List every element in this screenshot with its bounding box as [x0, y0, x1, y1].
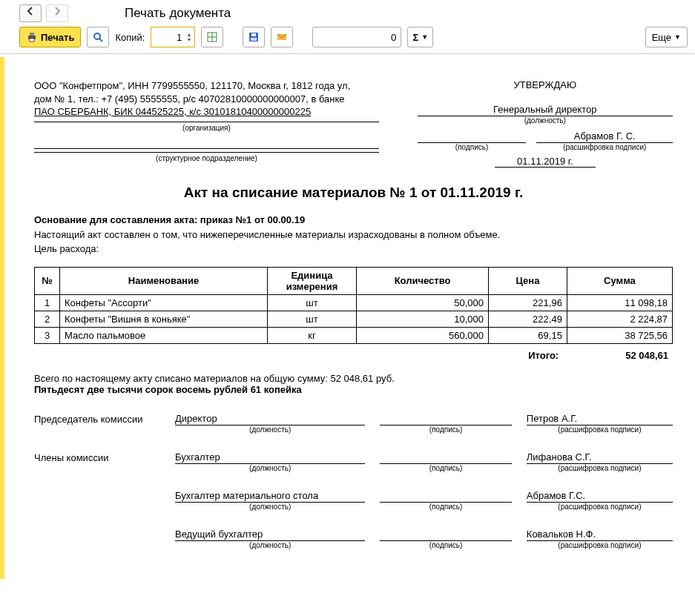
dept-hint: (структурное подразделение) [34, 152, 379, 162]
arrow-left-icon [24, 5, 36, 17]
arrow-right-icon [51, 5, 63, 17]
approve-name: Абрамов Г. С. [536, 130, 673, 143]
sig-sign [380, 413, 511, 425]
org-info: ООО "Конфетпром", ИНН 7799555550, 121170… [34, 79, 379, 119]
summary: Всего по настоящему акту списано материа… [34, 373, 673, 395]
svg-rect-2 [30, 39, 34, 42]
send-button[interactable] [271, 27, 293, 47]
chevron-down-icon: ▼ [421, 33, 428, 41]
chevron-down-icon: ▼ [674, 33, 681, 41]
approve-date: 01.11.2019 г. [495, 156, 595, 168]
document-title: Акт на списание материалов № 1 от 01.11.… [34, 185, 673, 201]
template-button[interactable] [201, 27, 223, 47]
totals: Итого: 52 048,61 [34, 344, 673, 361]
sig-name: Ковальков Н.Ф. [527, 529, 673, 541]
sum-button[interactable]: Σ ▼ [407, 27, 433, 47]
window-title: Печать документа [125, 6, 231, 21]
items-table: № Наименование Единица измерения Количес… [34, 267, 673, 344]
sig-position: Ведущий бухгалтер [175, 529, 365, 541]
table-row: 2 Конфеты "Вишня в коньяке" шт 10,000 22… [35, 311, 673, 327]
approve-title: УТВЕРЖДАЮ [418, 79, 673, 90]
print-button-label: Печать [41, 32, 74, 43]
nav-forward-button[interactable] [46, 4, 68, 22]
sig-sign [380, 529, 511, 541]
svg-point-3 [94, 33, 100, 39]
envelope-icon [276, 31, 288, 43]
sig-name: Лифанова С.Г. [527, 451, 673, 464]
magnifier-icon [92, 31, 104, 43]
copies-input[interactable] [164, 31, 183, 44]
diskette-icon [248, 31, 260, 43]
copies-spinner[interactable]: ▲▼ [151, 27, 195, 47]
svg-line-4 [99, 39, 102, 42]
sig-position: Директор [175, 413, 365, 425]
svg-rect-10 [251, 38, 257, 41]
sig-role: Председатель комиссии [34, 413, 160, 425]
approve-position: Генеральный директор [418, 104, 673, 116]
approve-sign [418, 130, 527, 143]
sigma-icon: Σ [412, 32, 418, 43]
svg-rect-9 [251, 33, 256, 36]
org-hint: (организация) [34, 122, 379, 132]
printer-icon [26, 31, 38, 43]
table-row: 3 Масло пальмовое кг 560,000 69,15 38 72… [35, 327, 673, 343]
spinner-arrows-icon[interactable]: ▲▼ [186, 32, 191, 42]
table-row: 1 Конфеты "Ассорти" шт 50,000 221,96 11 … [35, 294, 673, 311]
more-button-label: Еще [652, 32, 671, 43]
basis-block: Основание для составления акта: приказ №… [34, 213, 673, 256]
preview-button[interactable] [87, 27, 109, 47]
sig-sign [380, 490, 511, 503]
sig-position: Бухгалтер [175, 451, 365, 464]
save-button[interactable] [243, 27, 265, 47]
svg-rect-1 [30, 33, 34, 36]
page-input[interactable] [312, 27, 401, 47]
sig-role: Члены комиссии [34, 451, 160, 463]
sig-position: Бухгалтер материального стола [175, 490, 365, 503]
approve-position-hint: (должность) [418, 116, 673, 125]
copies-label: Копий: [115, 32, 145, 43]
sig-name: Абрамов Г.С. [527, 490, 673, 503]
print-button[interactable]: Печать [19, 27, 81, 47]
more-button[interactable]: Еще ▼ [645, 27, 688, 47]
grid-icon [206, 31, 218, 43]
sig-name: Петров А.Г. [527, 413, 673, 425]
nav-back-button[interactable] [19, 4, 42, 22]
sig-sign [380, 451, 511, 464]
